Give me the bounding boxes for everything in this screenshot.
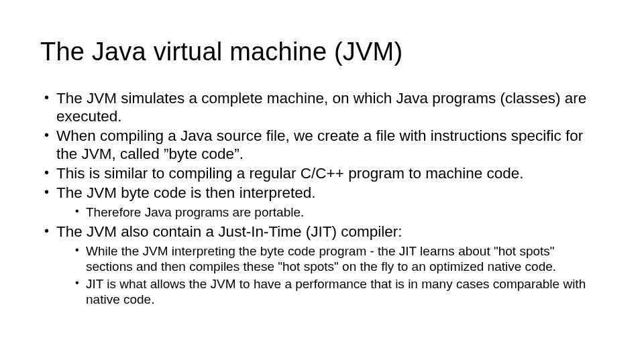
- bullet-text: The JVM byte code is then interpreted.: [56, 184, 315, 201]
- slide-title: The Java virtual machine (JVM): [40, 38, 604, 66]
- bullet-item: The JVM also contain a Just-In-Time (JIT…: [40, 223, 604, 307]
- sub-bullet-list: Therefore Java programs are portable.: [56, 204, 604, 220]
- bullet-list: The JVM simulates a complete machine, on…: [40, 89, 604, 307]
- bullet-item: The JVM simulates a complete machine, on…: [40, 89, 604, 125]
- bullet-item: When compiling a Java source file, we cr…: [40, 127, 604, 163]
- sub-bullet-item: JIT is what allows the JVM to have a per…: [56, 276, 604, 307]
- bullet-text: The JVM also contain a Just-In-Time (JIT…: [56, 223, 402, 240]
- sub-bullet-item: While the JVM interpreting the byte code…: [56, 243, 604, 274]
- bullet-item: This is similar to compiling a regular C…: [40, 164, 604, 182]
- sub-bullet-item: Therefore Java programs are portable.: [56, 204, 604, 220]
- bullet-item: The JVM byte code is then interpreted. T…: [40, 184, 604, 220]
- sub-bullet-list: While the JVM interpreting the byte code…: [56, 243, 604, 307]
